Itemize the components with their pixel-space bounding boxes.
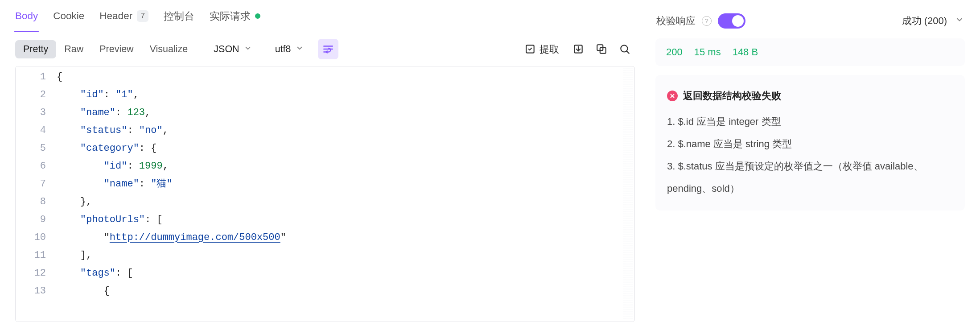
error-title: 返回数据结构校验失败: [683, 85, 781, 107]
tab-label: Cookie: [53, 10, 84, 22]
line-number: 7: [16, 175, 46, 193]
error-item: 3. $.status 应当是预设定的枚举值之一（枚举值 available、p…: [667, 155, 953, 200]
response-editor[interactable]: 12345678910111213 { "id": "1", "name": 1…: [15, 66, 635, 322]
extract-button[interactable]: 提取: [518, 39, 565, 59]
view-preview-button[interactable]: Preview: [91, 40, 141, 58]
help-icon[interactable]: ?: [702, 16, 712, 26]
seg-label: Preview: [99, 44, 133, 54]
tab-label: Header: [99, 10, 132, 22]
tab-body[interactable]: Body: [15, 0, 38, 32]
header-count-badge: 7: [137, 10, 148, 22]
verify-response-group: 校验响应 ?: [656, 13, 745, 29]
view-raw-button[interactable]: Raw: [56, 40, 91, 58]
toolbar-right: 提取: [518, 39, 635, 59]
validation-error-card: 返回数据结构校验失败 1. $.id 应当是 integer 类型2. $.na…: [655, 75, 965, 211]
minimap[interactable]: [623, 68, 633, 320]
chevron-down-icon: [244, 44, 252, 55]
toolbar-left: Pretty Raw Preview Visualize JSON: [15, 39, 338, 59]
chevron-down-icon: [296, 44, 304, 55]
code-line: "name": "猫": [57, 175, 634, 193]
code-line: "id": "1",: [57, 86, 634, 104]
code-line: "category": {: [57, 140, 634, 157]
line-number: 11: [16, 247, 46, 264]
error-item: 2. $.name 应当是 string 类型: [667, 133, 953, 155]
dropdown-value: JSON: [214, 44, 239, 55]
response-stats: 200 15 ms 148 B: [655, 38, 965, 66]
code-area[interactable]: { "id": "1", "name": 123, "status": "no"…: [57, 66, 634, 322]
tab-console[interactable]: 控制台: [164, 0, 194, 32]
error-list: 1. $.id 应当是 integer 类型2. $.name 应当是 stri…: [667, 111, 953, 200]
code-line: {: [57, 282, 634, 300]
body-toolbar: Pretty Raw Preview Visualize JSON: [0, 32, 650, 66]
error-title-row: 返回数据结构校验失败: [667, 85, 953, 107]
status-dot-icon: [255, 13, 260, 19]
tab-actual-request[interactable]: 实际请求: [210, 0, 260, 32]
error-icon: [667, 91, 678, 101]
view-mode-segment: Pretty Raw Preview Visualize: [15, 40, 196, 58]
copy-button[interactable]: [591, 39, 612, 59]
view-visualize-button[interactable]: Visualize: [142, 40, 196, 58]
svg-line-8: [626, 51, 629, 53]
tab-cookie[interactable]: Cookie: [53, 0, 84, 32]
save-response-button[interactable]: [568, 39, 589, 59]
tab-label: 控制台: [164, 9, 194, 23]
code-line: "name": 123,: [57, 104, 634, 122]
line-number: 10: [16, 229, 46, 247]
seg-label: Raw: [64, 44, 83, 54]
status-label: 成功 (200): [902, 14, 947, 28]
stat-size: 148 B: [733, 46, 758, 58]
format-dropdown[interactable]: JSON: [208, 40, 257, 58]
side-panel: 校验响应 ? 成功 (200) 200 15 ms 148 B 返回数据结构校验…: [650, 0, 980, 322]
line-number: 9: [16, 211, 46, 229]
line-number: 2: [16, 86, 46, 104]
line-number: 8: [16, 193, 46, 211]
stat-time: 15 ms: [694, 46, 721, 58]
error-item: 1. $.id 应当是 integer 类型: [667, 111, 953, 133]
line-number: 4: [16, 122, 46, 140]
code-line: "status": "no",: [57, 122, 634, 140]
tab-header[interactable]: Header 7: [99, 0, 148, 32]
stat-status-code: 200: [666, 46, 683, 58]
code-line: {: [57, 68, 634, 86]
code-line: "tags": [: [57, 264, 634, 282]
line-number: 1: [16, 68, 46, 86]
tab-label: Body: [15, 10, 38, 22]
seg-label: Pretty: [23, 44, 48, 54]
code-line: "photoUrls": [: [57, 211, 634, 229]
code-line: "id": 1999,: [57, 157, 634, 175]
encoding-dropdown[interactable]: utf8: [270, 40, 309, 58]
code-line: ],: [57, 247, 634, 264]
status-dropdown[interactable]: 成功 (200): [902, 14, 964, 28]
line-number: 13: [16, 282, 46, 300]
verify-label: 校验响应: [656, 14, 696, 28]
response-tabs: Body Cookie Header 7 控制台 实际请求: [0, 0, 650, 32]
code-line: },: [57, 193, 634, 211]
line-number: 5: [16, 140, 46, 157]
side-header: 校验响应 ? 成功 (200): [655, 11, 965, 38]
line-gutter: 12345678910111213: [16, 66, 57, 322]
main-panel: Body Cookie Header 7 控制台 实际请求 Pretty Raw: [0, 0, 650, 322]
chevron-down-icon: [955, 15, 964, 27]
view-pretty-button[interactable]: Pretty: [15, 40, 56, 58]
dropdown-value: utf8: [275, 44, 291, 55]
verify-toggle[interactable]: [718, 13, 745, 29]
search-button[interactable]: [614, 39, 635, 59]
code-line: "http://dummyimage.com/500x500": [57, 229, 634, 247]
line-number: 6: [16, 157, 46, 175]
tab-label: 实际请求: [210, 9, 251, 23]
button-label: 提取: [539, 43, 559, 56]
seg-label: Visualize: [150, 44, 188, 54]
line-number: 12: [16, 264, 46, 282]
line-number: 3: [16, 104, 46, 122]
wrap-lines-button[interactable]: [318, 39, 338, 59]
